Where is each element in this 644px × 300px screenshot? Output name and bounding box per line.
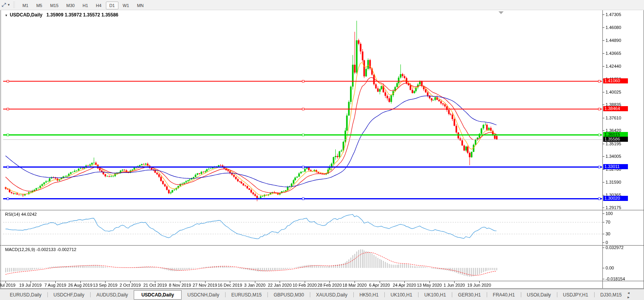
price-axis-label: 1.34005 [606, 154, 621, 159]
date-axis-label: 26 Aug 2019 [68, 283, 93, 287]
timeframe-button-M5[interactable]: M5 [33, 2, 45, 9]
macd-axis-label: -0.018154 [606, 277, 625, 281]
symbol-tab-audusd-daily[interactable]: AUDUSD,Daily [91, 291, 134, 299]
timeframe-button-group: M1M5M15M30H1H4D1W1MN [18, 2, 147, 9]
price-axis-label: 1.37610 [606, 116, 621, 120]
symbol-tab-bar: EURUSD,DailyUSDCHF,DailyAUDUSD,DailyUSDC… [0, 289, 644, 300]
metatrader-window: ⤢ ▼ M1M5M15M30H1H4D1W1MN ▼USDCAD,Daily1.… [0, 0, 644, 300]
rsi-axis-label: 0 [606, 240, 608, 245]
price-axis-label: 1.35195 [606, 141, 621, 146]
symbol-tab-xauusd-daily[interactable]: XAUUSD,Daily [310, 291, 353, 299]
price-axis-label: 1.47305 [606, 12, 621, 17]
symbol-tab-uk100-h1[interactable]: UK100,H1 [418, 291, 452, 299]
chart-title[interactable]: ▼USDCAD,Daily1.35909 1.35972 1.35572 1.3… [5, 12, 118, 18]
symbol-tab-fra40-h1[interactable]: FRA40,H1 [487, 291, 521, 299]
date-axis-label: 6 Apr 2020 [369, 283, 390, 287]
date-axis-label: 2 Oct 2019 [120, 283, 141, 287]
chart-title-caret-icon: ▼ [5, 14, 8, 17]
toolbar-grip[interactable] [13, 2, 15, 8]
date-axis-label: 1 Jun 2020 [444, 283, 465, 287]
macd-axis-label: 0.032972 [606, 245, 624, 250]
tab-scroll-arrows-icon[interactable]: ◂ ▸ [628, 291, 639, 299]
timeframe-button-M1[interactable]: M1 [19, 2, 32, 9]
price-axis-label: 1.43665 [606, 51, 621, 56]
date-axis-label: 18 Mar 2020 [342, 283, 367, 287]
price-level-tag: 1.30020 [603, 196, 628, 201]
symbol-tab-usdjpy-h1[interactable]: USDJPY,H1 [557, 291, 594, 299]
rsi-axis-label: 100 [606, 211, 613, 216]
symbol-tab-uk100-h1[interactable]: UK100,H1 [385, 291, 418, 299]
timeframe-button-M30[interactable]: M30 [63, 2, 78, 9]
date-axis-label: 21 Oct 2019 [143, 283, 167, 287]
date-axis-label: 27 Nov 2019 [193, 283, 217, 287]
date-axis-label: 1 Jul 2019 [0, 283, 15, 287]
symbol-tab-dj30-m15[interactable]: DJ30,M15 [594, 291, 628, 299]
symbol-tab-hk50-h1[interactable]: HK50,H1 [353, 291, 384, 299]
symbol-tab-eurusd-m15[interactable]: EURUSD,M15 [226, 291, 267, 299]
price-level-tag: 1.38464 [603, 106, 628, 111]
rsi-indicator-label: RSI(14) 44.0242 [5, 212, 37, 217]
price-axis-label: 1.44890 [606, 38, 621, 43]
dropdown-caret-icon[interactable]: ▼ [7, 3, 10, 7]
date-axis-label: 19 Jul 2019 [19, 283, 42, 287]
date-axis-label: 16 Dec 2019 [218, 283, 242, 287]
date-axis-label: 24 Apr 2020 [393, 283, 416, 287]
symbol-tab-ger30-h1[interactable]: GER30,H1 [452, 291, 487, 299]
chart-ohlc-values: 1.35909 1.35972 1.35572 1.35586 [46, 12, 118, 18]
symbol-tab-usdcad-daily[interactable]: USDCAD,Daily [134, 290, 181, 300]
date-axis-label: 13 May 2020 [417, 283, 442, 287]
timeframe-button-D1[interactable]: D1 [106, 2, 118, 9]
price-axis-label: 1.40025 [606, 90, 621, 94]
date-axis-label: 13 Sep 2019 [93, 283, 117, 287]
symbol-tab-usoil-daily[interactable]: USOil,Daily [521, 291, 557, 299]
timeframe-button-H4[interactable]: H4 [93, 2, 105, 9]
price-level-tag: 1.33011 [603, 164, 628, 169]
timeframe-button-H1[interactable]: H1 [79, 2, 92, 9]
price-level-tag: 1.41060 [603, 78, 628, 83]
symbol-tab-usdcnh-daily[interactable]: USDCNH,Daily [182, 291, 225, 299]
date-axis-label: 3 Jan 2020 [244, 283, 265, 287]
date-axis-label: 10 Feb 2020 [293, 283, 317, 287]
price-axis-label: 1.31590 [606, 180, 621, 184]
symbol-tab-usdchf-daily[interactable]: USDCHF,Daily [47, 291, 90, 299]
price-axis-label: 1.29175 [606, 205, 621, 210]
rsi-axis-label: 70 [606, 220, 610, 224]
crosshair-cursor-tool-icon[interactable]: ⤢ [2, 2, 6, 8]
date-axis-label: 28 Feb 2020 [318, 283, 342, 287]
date-axis-label: 8 Nov 2019 [169, 283, 191, 287]
symbol-tab-eurusd-daily[interactable]: EURUSD,Daily [4, 291, 47, 299]
timeframe-button-W1[interactable]: W1 [119, 2, 133, 9]
price-axis-label: 1.42440 [606, 64, 621, 69]
date-axis-label: 22 Jan 2020 [268, 283, 292, 287]
chart-symbol: USDCAD,Daily [10, 12, 42, 18]
rsi-axis-label: 30 [606, 231, 610, 236]
timeframe-button-M15[interactable]: M15 [47, 2, 62, 9]
symbol-tab-gbpusd-m30[interactable]: GBPUSD,M30 [268, 291, 310, 299]
macd-indicator-label: MACD(12,26,9) -0.002133 -0.002712 [5, 247, 76, 252]
current-price-tag: 1.35586 [603, 137, 628, 142]
macd-axis-label: 0.00 [606, 266, 614, 270]
timeframe-button-MN[interactable]: MN [133, 2, 147, 9]
date-axis-label: 19 Jun 2020 [468, 283, 491, 287]
date-axis-label: 7 Aug 2019 [44, 283, 66, 287]
chart-canvas[interactable] [0, 0, 644, 300]
price-axis-label: 1.46080 [606, 25, 621, 30]
toolbar: ⤢ ▼ M1M5M15M30H1H4D1W1MN [0, 0, 644, 10]
